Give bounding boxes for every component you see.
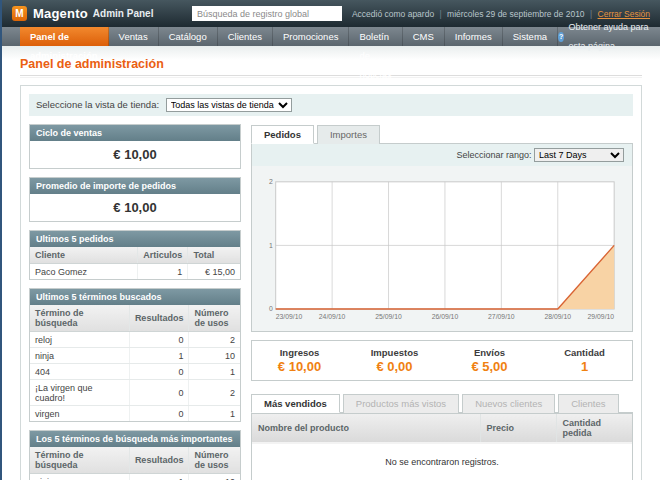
separator: | — [440, 9, 442, 19]
table-row: 40401 — [30, 364, 240, 380]
last-orders-table: ClienteArticulosTotalPaco Gomez1€ 15,00 — [30, 247, 240, 279]
table-header-row: Término de búsquedaResultadosNúmero de u… — [30, 447, 240, 474]
totals-row: Ingresos€ 10,00Impuestos€ 0,00Envíos€ 5,… — [251, 340, 633, 381]
lifetime-sales-box: Ciclo de ventas € 10,00 — [29, 124, 241, 169]
nav-items: Panel de administraciónVentasCatálogoCli… — [20, 27, 558, 46]
grid-header-row: Nombre del productoPrecioCantidad pedida — [252, 414, 632, 443]
tab-clientes[interactable]: Clientes — [558, 394, 618, 413]
nav-item-ventas[interactable]: Ventas — [109, 27, 159, 46]
svg-text:28/09/10: 28/09/10 — [544, 313, 571, 320]
dashboard-main: PedidosImportes Seleccionar rango: Last … — [251, 124, 633, 480]
table-cell: € 15,00 — [188, 264, 240, 280]
column-header: Número de usos — [189, 305, 240, 332]
total-label: Ingresos — [252, 347, 347, 358]
column-header: Resultados — [129, 305, 189, 332]
table-cell: 1 — [189, 406, 240, 422]
magento-logo-icon: M — [12, 6, 27, 21]
nav-item-informes[interactable]: Informes — [445, 27, 503, 46]
current-date: miércoles 29 de septiembre de 2010 — [447, 9, 585, 19]
box-title: Ciclo de ventas — [30, 125, 240, 141]
global-search-input[interactable] — [192, 6, 342, 21]
svg-text:0: 0 — [269, 305, 273, 312]
nav-item-sistema[interactable]: Sistema — [503, 27, 558, 46]
nav-item-bolet-n-de-noticias[interactable]: Boletín de noticias — [349, 27, 402, 46]
total-value: 1 — [537, 359, 632, 374]
content-area: Panel de administración Seleccione la vi… — [2, 46, 660, 480]
box-title: Ultimos 5 pedidos — [30, 231, 240, 247]
svg-text:25/09/10: 25/09/10 — [375, 313, 402, 320]
store-switcher-label: Seleccione la vista de tienda: — [36, 99, 159, 110]
table-cell: virgen — [30, 406, 129, 422]
table-cell: 0 — [129, 380, 189, 406]
svg-text:1: 1 — [269, 242, 273, 249]
last-search-table: Término de búsquedaResultadosNúmero de u… — [30, 305, 240, 421]
nav-item-promociones[interactable]: Promociones — [273, 27, 349, 46]
chart-toolbar: Seleccionar rango: Last 7 Days — [252, 144, 632, 166]
top-search-table: Término de búsquedaResultadosNúmero de u… — [30, 447, 240, 480]
grid-empty-message: No se encontraron registros. — [252, 443, 632, 480]
table-row: ninja110 — [30, 348, 240, 364]
nav-item-cms[interactable]: CMS — [403, 27, 445, 46]
svg-text:23/09/10: 23/09/10 — [276, 313, 303, 320]
grid-empty-row: No se encontraron registros. — [252, 443, 632, 480]
table-cell: ninja — [30, 348, 129, 364]
store-switcher-select[interactable]: Todas las vistas de tienda — [166, 98, 292, 112]
bestsellers-grid: Nombre del productoPrecioCantidad pedida… — [251, 413, 633, 480]
dashboard-panel: Seleccione la vista de tienda: Todas las… — [20, 85, 642, 480]
svg-text:27/09/10: 27/09/10 — [488, 313, 515, 320]
tab-nuevos-clientes[interactable]: Nuevos clientes — [462, 394, 555, 413]
brand-suffix: Admin Panel — [93, 8, 154, 19]
table-row: virgen01 — [30, 406, 240, 422]
table-cell: 0 — [129, 364, 189, 380]
table-cell: 0 — [129, 406, 189, 422]
svg-text:29/09/10: 29/09/10 — [588, 313, 615, 320]
table-cell: ninja — [30, 474, 129, 480]
table-cell: 2 — [189, 380, 240, 406]
sidebar-stats: Ciclo de ventas € 10,00 Promedio de impo… — [29, 124, 241, 480]
svg-text:24/09/10: 24/09/10 — [319, 313, 346, 320]
nav-item-clientes[interactable]: Clientes — [218, 27, 273, 46]
table-row: ninja110 — [30, 474, 240, 480]
column-header: Término de búsqueda — [30, 305, 129, 332]
tab-importes[interactable]: Importes — [317, 125, 380, 144]
page-title: Panel de administración — [20, 57, 642, 71]
column-header: Término de búsqueda — [30, 447, 129, 474]
column-header: Total — [188, 247, 240, 264]
total-impuestos: Impuestos€ 0,00 — [347, 347, 442, 374]
table-cell: ¡La virgen que cuadro! — [30, 380, 129, 406]
tab-pedidos[interactable]: Pedidos — [251, 125, 314, 144]
nav-item-cat-logo[interactable]: Catálogo — [159, 27, 218, 46]
column-header: Articulos — [138, 247, 188, 264]
svg-text:26/09/10: 26/09/10 — [432, 313, 459, 320]
orders-line-chart: 01223/09/1024/09/1025/09/1026/09/1027/09… — [262, 174, 622, 323]
chart-tabs: PedidosImportes — [251, 124, 633, 144]
total-value: € 10,00 — [252, 359, 347, 374]
total-ingresos: Ingresos€ 10,00 — [252, 347, 347, 374]
total-label: Envíos — [442, 347, 537, 358]
tab-productos-m-s-vistos[interactable]: Productos más vistos — [343, 394, 459, 413]
table-row: Paco Gomez1€ 15,00 — [30, 264, 240, 280]
table-cell: 1 — [129, 474, 189, 480]
nav-item-panel-de-administraci-n[interactable]: Panel de administración — [20, 27, 109, 46]
column-header: Cliente — [30, 247, 138, 264]
help-link[interactable]: ? Obtener ayuda para esta página — [558, 27, 660, 46]
box-title: Ultimos 5 términos buscados — [30, 289, 240, 305]
svg-text:2: 2 — [269, 178, 273, 185]
last-orders-box: Ultimos 5 pedidos ClienteArticulosTotalP… — [29, 230, 241, 280]
column-header: Número de usos — [189, 447, 240, 474]
range-select[interactable]: Last 7 Days — [534, 148, 624, 162]
total-value: € 5,00 — [442, 359, 537, 374]
table-cell: 404 — [30, 364, 129, 380]
table-cell: Paco Gomez — [30, 264, 138, 280]
title-divider — [20, 75, 642, 78]
table-cell: 1 — [189, 364, 240, 380]
total-env-os: Envíos€ 5,00 — [442, 347, 537, 374]
average-orders-box: Promedio de importe de pedidos € 10,00 — [29, 177, 241, 222]
range-label: Seleccionar rango: — [456, 150, 531, 160]
table-cell: 1 — [138, 264, 188, 280]
total-value: € 0,00 — [347, 359, 442, 374]
average-orders-value: € 10,00 — [30, 194, 240, 221]
table-cell: 10 — [189, 474, 240, 480]
box-title: Los 5 términos de búsqueda más important… — [30, 431, 240, 447]
tab-m-s-vendidos[interactable]: Más vendidos — [251, 394, 340, 413]
